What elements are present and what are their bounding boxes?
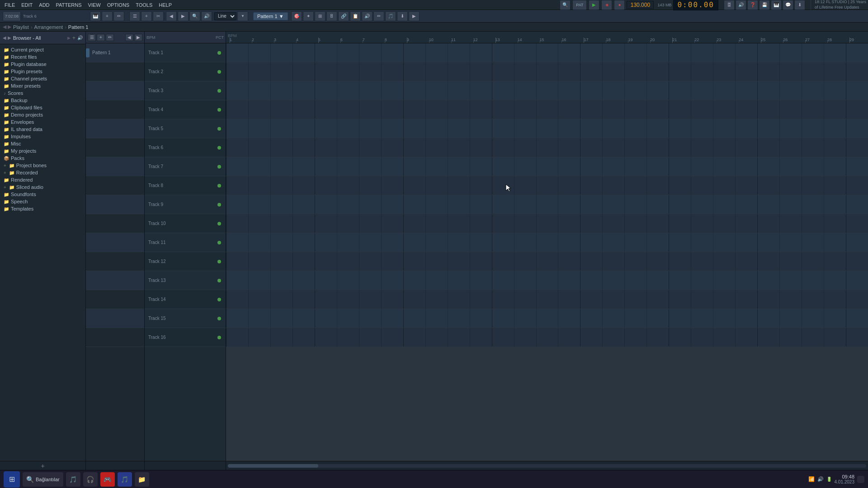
tool-j[interactable]: ⬇ (397, 11, 408, 21)
h-scrollbar[interactable] (226, 461, 868, 470)
grid-track-row-10[interactable] (226, 214, 868, 233)
sidebar-item-rendered[interactable]: 📁 Rendered (0, 176, 85, 183)
sidebar-item-plugin-database[interactable]: 📁 Plugin database (0, 61, 85, 68)
menu-file[interactable]: FILE (2, 1, 18, 9)
snap-select[interactable]: Line Cell Beat (214, 12, 236, 20)
sidebar-item-plugin-presets[interactable]: 📁 Plugin presets (0, 68, 85, 75)
sidebar-item-my-projects[interactable]: 📁 My projects (0, 147, 85, 155)
tool-btn-7[interactable]: ⬇ (794, 0, 805, 10)
tool-btn-5[interactable]: 🎹 (771, 0, 782, 10)
start-button[interactable]: ⊞ (4, 471, 20, 488)
tool-btn-3[interactable]: ❓ (747, 0, 758, 10)
sidebar-add-icon[interactable]: + (72, 35, 75, 41)
scissors-btn[interactable]: ✂ (153, 11, 164, 21)
sidebar-add-button[interactable]: + (0, 461, 85, 470)
grid-track-row-8[interactable] (226, 176, 868, 195)
menu-help[interactable]: HELP (156, 1, 175, 9)
tool-f[interactable]: 📋 (350, 11, 361, 21)
sidebar-item-speech[interactable]: 📁 Speech (0, 198, 85, 205)
grid-track-row-7[interactable] (226, 157, 868, 176)
menu-patterns[interactable]: PATTERNS (53, 1, 85, 9)
sidebar-item-templates[interactable]: 📁 Templates (0, 205, 85, 212)
show-desktop-btn[interactable] (857, 476, 864, 483)
sidebar-item-current-project[interactable]: 📁 Current project (0, 46, 85, 53)
record-button[interactable]: ● (614, 0, 625, 10)
sidebar-item-channel-presets[interactable]: 📁 Channel presets (0, 75, 85, 82)
redo-btn[interactable]: ▶ (178, 11, 189, 21)
play-button[interactable]: ▶ (589, 0, 599, 10)
grid-track-row-2[interactable] (226, 62, 868, 81)
pattern-button[interactable]: Pattern 1 ▼ (253, 12, 288, 20)
tool-a[interactable]: 🎯 (291, 11, 302, 21)
header-btn-1[interactable]: ☰ (88, 34, 96, 41)
sidebar-item-recorded[interactable]: + 📁 Recorded (0, 169, 85, 176)
grid-track-row-5[interactable] (226, 119, 868, 138)
tool-h[interactable]: ✏ (373, 11, 384, 21)
grid-track-row-9[interactable] (226, 195, 868, 214)
taskbar-app3[interactable]: 🎵 (118, 472, 132, 487)
taskbar-network-icon[interactable]: 📶 (808, 476, 815, 482)
zoom-in-btn[interactable]: 🔍 (189, 11, 200, 21)
grid-track-row-4[interactable] (226, 100, 868, 119)
tool-i[interactable]: 🎵 (385, 11, 396, 21)
tool-e[interactable]: 🔗 (338, 11, 349, 21)
menu-view[interactable]: VIEW (85, 1, 104, 9)
taskbar-search[interactable]: 🔍 Bağlantılar (23, 472, 63, 487)
undo-btn[interactable]: ◀ (166, 11, 177, 21)
tool-d[interactable]: 🎚 (326, 11, 337, 21)
collapse-btn[interactable]: ◀ (125, 34, 133, 41)
scrollbar-track[interactable] (228, 464, 866, 468)
playlist-view-btn[interactable]: ☰ (129, 11, 140, 21)
menu-add[interactable]: ADD (36, 1, 52, 9)
sidebar-item-scores[interactable]: ♪ Scores (0, 89, 85, 97)
stop-button[interactable]: ■ (601, 0, 612, 10)
piano-roll-btn[interactable]: + (141, 11, 152, 21)
grid-track-row-6[interactable] (226, 138, 868, 157)
sidebar-item-recent-files[interactable]: 📁 Recent files (0, 53, 85, 61)
tool-k[interactable]: ▶ (409, 11, 420, 21)
breadcrumb-back[interactable]: ◀ ▶ (3, 24, 11, 30)
taskbar-volume-icon[interactable]: 🔊 (817, 476, 824, 482)
tool-btn-4[interactable]: 💾 (759, 0, 770, 10)
zoom-out-btn[interactable]: 🔊 (201, 11, 212, 21)
sidebar-item-packs[interactable]: 📦 Packs (0, 155, 85, 162)
tool-btn-6[interactable]: 💬 (783, 0, 793, 10)
tool-b[interactable]: ✦ (303, 11, 314, 21)
sidebar-item-impulses[interactable]: 📁 Impulses (0, 133, 85, 140)
header-btn-2[interactable]: + (97, 34, 105, 41)
scrollbar-thumb[interactable] (228, 464, 318, 468)
search-label[interactable]: Bağlantılar (36, 477, 60, 482)
header-btn-3[interactable]: ✏ (106, 34, 114, 41)
menu-edit[interactable]: EDIT (19, 1, 35, 9)
sidebar-item-demo-projects[interactable]: 📁 Demo projects (0, 111, 85, 118)
snap-arrow[interactable]: ▼ (237, 11, 248, 21)
breadcrumb-pattern1[interactable]: Pattern 1 (68, 24, 89, 30)
grid-track-row-15[interactable] (226, 309, 868, 328)
tool-btn-2[interactable]: 🔊 (736, 0, 746, 10)
sidebar-item-mixer-presets[interactable]: 📁 Mixer presets (0, 82, 85, 89)
taskbar-spotify[interactable]: 🎵 (66, 472, 80, 487)
taskbar-battery-icon[interactable]: 🔋 (826, 477, 832, 482)
breadcrumb-arrangement[interactable]: Arrangement (34, 24, 63, 30)
grid-track-row-13[interactable] (226, 271, 868, 290)
sidebar-item-project-bones[interactable]: + 📁 Project bones (0, 162, 85, 169)
taskbar-app2[interactable]: 🎮 (100, 472, 115, 487)
tracks-grid[interactable] (226, 43, 868, 461)
sidebar-item-soundfonts[interactable]: 📁 Soundfonts (0, 191, 85, 198)
bpm-display[interactable]: 130.000 (627, 1, 654, 9)
expand-btn[interactable]: ▶ (134, 34, 142, 41)
sidebar-item-envelopes[interactable]: 📁 Envelopes (0, 118, 85, 126)
sidebar-speaker-icon[interactable]: 🔊 (77, 35, 83, 40)
tool-g[interactable]: 🔊 (362, 11, 373, 21)
grid-track-row-1[interactable] (226, 43, 868, 62)
taskbar-files[interactable]: 📁 (135, 472, 149, 487)
grid-track-row-11[interactable] (226, 233, 868, 252)
sidebar-arrows[interactable]: ◀ ▶ (3, 35, 11, 40)
sidebar-item-backup[interactable]: 📁 Backup (0, 97, 85, 104)
grid-track-row-3[interactable] (226, 81, 868, 100)
pencil-btn[interactable]: ✏ (113, 11, 124, 21)
view-piano-btn[interactable]: 🎹 (90, 11, 101, 21)
add-track-btn[interactable]: + (102, 11, 113, 21)
menu-tools[interactable]: TOOLS (133, 1, 155, 9)
breadcrumb-playlist[interactable]: Playlist (13, 24, 29, 30)
